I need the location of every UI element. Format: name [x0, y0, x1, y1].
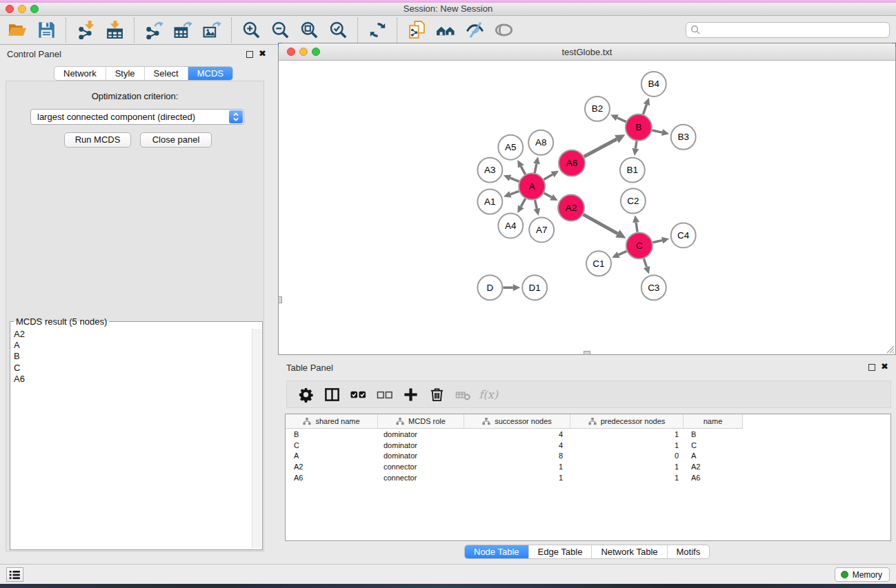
graph-edge-B-B4[interactable] [643, 105, 646, 114]
add-row-button[interactable] [397, 383, 424, 405]
close-panel-button[interactable]: Close panel [140, 132, 212, 148]
tab-edge-table[interactable]: Edge Table [528, 545, 592, 558]
mcds-result-item[interactable]: A6 [14, 374, 25, 385]
tab-motifs[interactable]: Motifs [667, 545, 710, 558]
save-session-button[interactable] [32, 19, 61, 42]
columns-button[interactable] [319, 383, 345, 405]
graph-edge-B-B2[interactable] [617, 118, 626, 122]
table-cell[interactable]: 1 [464, 474, 570, 482]
control-panel-float-button[interactable] [246, 51, 253, 58]
table-cell[interactable]: C [286, 441, 378, 449]
zoom-window-button[interactable] [30, 5, 39, 13]
graph-edge-C-C1[interactable] [619, 251, 627, 254]
table-panel-float-button[interactable] [868, 364, 875, 371]
graph-edge-B-B3[interactable] [652, 130, 662, 132]
zoom-fit-button[interactable] [295, 19, 323, 42]
run-mcds-button[interactable]: Run MCDS [64, 132, 131, 148]
column-header-shared-name[interactable]: shared name [286, 414, 378, 429]
column-header-name[interactable]: name [684, 414, 743, 429]
tab-network[interactable]: Network [54, 67, 106, 80]
delete-row-button[interactable] [424, 383, 450, 405]
graph-edge-A-A4[interactable] [521, 199, 525, 207]
preview-eye-button[interactable] [489, 19, 518, 42]
resize-handle-bottom[interactable] [584, 351, 590, 355]
control-panel-close-button[interactable]: ✖ [259, 50, 266, 58]
tab-network-table[interactable]: Network Table [591, 545, 666, 558]
table-cell[interactable]: B [684, 430, 743, 438]
table-cell[interactable]: A2 [684, 463, 743, 471]
table-cell[interactable]: 1 [570, 430, 684, 438]
table-cell[interactable]: A6 [286, 474, 378, 482]
tab-style[interactable]: Style [106, 67, 144, 80]
graph-edge-B-B1[interactable] [635, 141, 637, 149]
column-header-predecessor-nodes[interactable]: predecessor nodes [570, 414, 684, 429]
tab-node-table[interactable]: Node Table [465, 545, 528, 558]
export-image-button[interactable] [197, 19, 226, 42]
close-window-button[interactable] [6, 5, 14, 13]
task-history-button[interactable] [6, 567, 23, 582]
column-header-MCDS-role[interactable]: MCDS role [378, 414, 464, 429]
table-cell[interactable]: 1 [570, 474, 684, 482]
network-minimize-button[interactable] [299, 48, 308, 56]
mcds-list-scrollbar[interactable] [252, 329, 261, 548]
table-cell[interactable]: 0 [570, 452, 684, 460]
graph-edge-A-A1[interactable] [510, 191, 519, 194]
table-panel-close-button[interactable]: ✖ [881, 363, 888, 371]
zoom-selected-button[interactable] [323, 19, 352, 42]
duplicate-network-button[interactable] [402, 19, 431, 42]
export-table-button[interactable] [168, 19, 197, 42]
graph-edge-A-A5[interactable] [521, 166, 525, 174]
table-cell[interactable]: dominator [378, 441, 464, 449]
table-cell[interactable]: 1 [570, 441, 684, 449]
column-header-successor-nodes[interactable]: successor nodes [464, 414, 570, 429]
settings-button[interactable] [292, 383, 319, 405]
table-cell[interactable]: 4 [464, 441, 570, 449]
table-cell[interactable]: C [684, 441, 743, 449]
mcds-result-item[interactable]: A [14, 340, 25, 351]
home-view-button[interactable] [431, 19, 460, 42]
graph-edge-C-C2[interactable] [636, 223, 637, 232]
table-row[interactable]: Adominator80A [286, 451, 890, 462]
table-cell[interactable]: A [684, 452, 743, 460]
graph-edge-C-C4[interactable] [653, 241, 662, 243]
zoom-out-button[interactable] [266, 19, 295, 42]
toggle-visibility-button[interactable] [460, 19, 489, 42]
table-cell[interactable]: connector [378, 474, 464, 482]
zoom-in-button[interactable] [237, 19, 266, 42]
select-all-checkboxes-button[interactable] [345, 383, 371, 405]
graph-edge-C-C3[interactable] [644, 258, 646, 267]
table-cell[interactable]: 4 [464, 430, 570, 438]
table-cell[interactable]: connector [378, 463, 464, 471]
resize-grip[interactable] [885, 344, 895, 354]
mcds-result-item[interactable]: B [14, 351, 25, 362]
graph-edge-A-A7[interactable] [535, 200, 537, 209]
table-cell[interactable]: dominator [378, 452, 464, 460]
network-canvas[interactable]: B4B2BB3A8A5A6A3B1AC2A1A2A4A7C4CC1C3DD1 [279, 61, 895, 354]
network-close-button[interactable] [287, 48, 295, 56]
table-cell[interactable]: B [286, 430, 378, 438]
refresh-button[interactable] [363, 19, 392, 42]
table-cell[interactable]: 8 [464, 452, 570, 460]
table-row[interactable]: A6connector11A6 [286, 472, 890, 483]
graph-edge-A-A8[interactable] [535, 164, 537, 173]
table-cell[interactable]: dominator [378, 430, 464, 438]
table-row[interactable]: Bdominator41B [286, 429, 890, 440]
memory-button[interactable]: Memory [835, 567, 890, 582]
graph-edge-A2-C[interactable] [583, 214, 617, 234]
graph-edge-A-A2[interactable] [544, 193, 552, 197]
table-cell[interactable]: 1 [570, 463, 684, 471]
minimize-window-button[interactable] [18, 5, 26, 13]
mcds-result-item[interactable]: C [14, 363, 25, 374]
table-cell[interactable]: 1 [464, 463, 570, 471]
table-cell[interactable]: A2 [286, 463, 378, 471]
deselect-all-checkboxes-button[interactable] [371, 383, 397, 405]
table-cell[interactable]: A6 [684, 474, 743, 482]
resize-handle-left[interactable] [278, 296, 282, 303]
table-row[interactable]: Cdominator41C [286, 440, 890, 451]
tab-mcds[interactable]: MCDS [188, 67, 232, 80]
import-table-button[interactable] [100, 19, 129, 42]
import-network-button[interactable] [71, 19, 100, 42]
open-session-button[interactable] [3, 19, 32, 42]
graph-edge-A6-B[interactable] [584, 139, 617, 156]
graph-edge-A-A6[interactable] [544, 174, 552, 179]
